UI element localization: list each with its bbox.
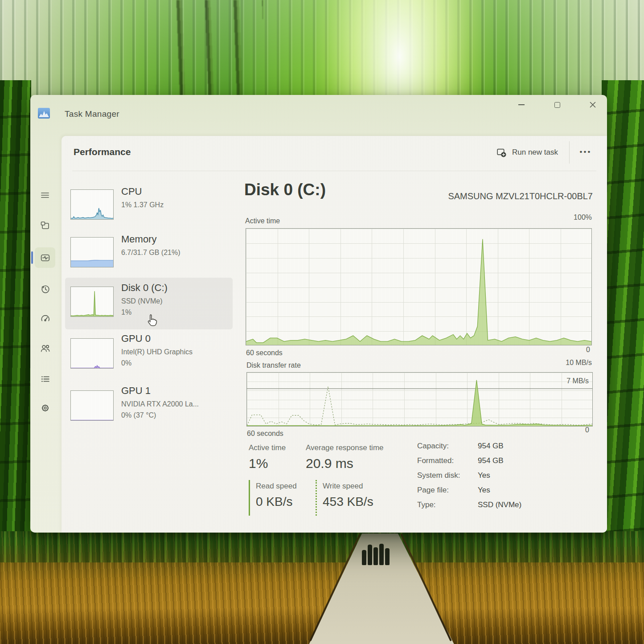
write-speed-block: Write speed 453 KB/s bbox=[316, 480, 378, 516]
disk-mini-chart bbox=[70, 287, 114, 317]
bamboo-right-strip bbox=[602, 80, 644, 566]
transfer-chart-label: Disk transfer rate bbox=[246, 361, 301, 369]
disk-details-list: Capacity:954 GB Formatted:954 GB System … bbox=[417, 442, 521, 515]
write-speed-value: 453 KB/s bbox=[323, 495, 378, 509]
sidebar-nav bbox=[30, 136, 62, 533]
gpu1-mini-chart bbox=[70, 390, 114, 421]
active-time-chart-label: Active time bbox=[245, 217, 280, 225]
perf-tile-cpu[interactable]: CPU 1% 1.37 GHz bbox=[65, 183, 233, 231]
header-separator bbox=[72, 171, 596, 171]
users-icon bbox=[40, 343, 51, 354]
disk-transfer-rate-chart: 7 MB/s bbox=[246, 372, 593, 427]
window-title: Task Manager bbox=[65, 109, 119, 119]
titlebar: Task Manager bbox=[30, 95, 607, 136]
maximize-button[interactable] bbox=[544, 95, 570, 115]
app-history-icon bbox=[40, 283, 51, 295]
close-icon bbox=[589, 101, 596, 108]
disk-device-name: SAMSUNG MZVL21T0HCLR-00BL7 bbox=[448, 191, 593, 201]
processes-icon bbox=[40, 220, 50, 231]
read-speed-block: Read speed 0 KB/s bbox=[249, 480, 311, 516]
sidebar-item-processes[interactable] bbox=[35, 215, 55, 236]
active-time-scale-top: 100% bbox=[574, 213, 592, 222]
detail-row-formatted: Formatted:954 GB bbox=[417, 456, 521, 471]
page-title: Performance bbox=[74, 147, 131, 157]
sidebar-item-services[interactable] bbox=[35, 398, 55, 418]
active-time-stat-value: 1% bbox=[249, 456, 268, 471]
tile-subtitle-disk0: SSD (NVMe) bbox=[121, 296, 168, 307]
people-on-path bbox=[362, 540, 394, 565]
tile-subtitle-cpu: 1% 1.37 GHz bbox=[121, 200, 164, 211]
detail-row-type: Type:SSD (NVMe) bbox=[417, 500, 521, 515]
header-divider bbox=[569, 141, 570, 164]
transfer-x-right: 0 bbox=[585, 426, 589, 434]
tile-title-disk0: Disk 0 (C:) bbox=[121, 282, 168, 294]
tile-subtitle-gpu0: Intel(R) UHD Graphics bbox=[121, 347, 193, 358]
transfer-scale-top: 10 MB/s bbox=[566, 359, 592, 367]
perf-tile-gpu1[interactable]: GPU 1 NVIDIA RTX A2000 La... 0% (37 °C) bbox=[65, 382, 233, 431]
sidebar-item-performance[interactable] bbox=[35, 247, 55, 268]
read-speed-label: Read speed bbox=[256, 482, 311, 491]
tile-subtitle-memory: 6.7/31.7 GB (21%) bbox=[121, 247, 180, 258]
menu-icon bbox=[40, 190, 50, 201]
details-icon bbox=[40, 373, 51, 385]
detail-row-page-file: Page file:Yes bbox=[417, 486, 521, 500]
sidebar-item-users[interactable] bbox=[35, 338, 55, 358]
disk-panel-title: Disk 0 (C:) bbox=[244, 180, 326, 199]
active-time-stat-label: Active time bbox=[249, 443, 286, 452]
task-manager-window: Task Manager bbox=[30, 95, 607, 533]
minimize-button[interactable] bbox=[508, 95, 535, 115]
selected-indicator-pill bbox=[31, 251, 33, 264]
active-x-right: 0 bbox=[586, 346, 590, 354]
perf-tile-disk0-selected[interactable]: Disk 0 (C:) SSD (NVMe) 1% bbox=[65, 278, 233, 329]
services-icon bbox=[40, 402, 51, 414]
response-time-stat-label: Average response time bbox=[306, 443, 384, 452]
menu-toggle-button[interactable] bbox=[35, 185, 55, 205]
performance-icon bbox=[40, 252, 51, 263]
tile-extra-gpu1: 0% (37 °C) bbox=[121, 410, 199, 421]
close-button[interactable] bbox=[579, 95, 606, 115]
tile-title-gpu0: GPU 0 bbox=[121, 333, 193, 345]
transfer-ref-label: 7 MB/s bbox=[566, 377, 589, 385]
tile-title-gpu1: GPU 1 bbox=[121, 385, 199, 397]
tile-title-memory: Memory bbox=[121, 234, 180, 245]
content-card: Performance Run new task ••• CPU 1% 1.37… bbox=[62, 136, 607, 533]
sidebar-item-startup-apps[interactable] bbox=[35, 308, 55, 329]
detail-row-capacity: Capacity:954 GB bbox=[417, 442, 521, 456]
tile-extra-disk0: 1% bbox=[121, 307, 168, 318]
read-speed-value: 0 KB/s bbox=[256, 495, 311, 509]
write-speed-label: Write speed bbox=[323, 482, 378, 491]
response-time-stat-value: 20.9 ms bbox=[306, 456, 353, 471]
tile-title-cpu: CPU bbox=[121, 186, 164, 197]
startup-apps-icon bbox=[40, 313, 51, 324]
minimize-icon bbox=[518, 104, 525, 105]
transfer-x-left: 60 seconds bbox=[247, 430, 283, 438]
tile-extra-gpu0: 0% bbox=[121, 358, 193, 369]
run-new-task-button[interactable]: Run new task bbox=[496, 142, 558, 163]
maximize-icon bbox=[554, 102, 560, 108]
tile-subtitle-gpu1: NVIDIA RTX A2000 La... bbox=[121, 399, 199, 410]
sidebar-item-app-history[interactable] bbox=[35, 279, 55, 299]
memory-mini-chart bbox=[70, 237, 114, 267]
task-manager-logo-icon bbox=[38, 108, 50, 119]
perf-tile-memory[interactable]: Memory 6.7/31.7 GB (21%) bbox=[65, 231, 233, 279]
active-time-chart bbox=[246, 228, 592, 345]
gpu0-mini-chart bbox=[70, 338, 114, 369]
cpu-mini-chart bbox=[70, 189, 114, 220]
hand-cursor bbox=[145, 313, 159, 328]
active-x-left: 60 seconds bbox=[246, 349, 283, 357]
bamboo-left-strip bbox=[0, 80, 31, 566]
detail-row-system-disk: System disk:Yes bbox=[417, 471, 521, 486]
sidebar-item-details[interactable] bbox=[35, 369, 55, 389]
run-new-task-icon bbox=[496, 147, 507, 158]
perf-tile-gpu0[interactable]: GPU 0 Intel(R) UHD Graphics 0% bbox=[65, 330, 233, 378]
more-options-button[interactable]: ••• bbox=[575, 143, 596, 161]
ellipsis-icon: ••• bbox=[580, 148, 592, 156]
run-new-task-label: Run new task bbox=[512, 148, 558, 157]
